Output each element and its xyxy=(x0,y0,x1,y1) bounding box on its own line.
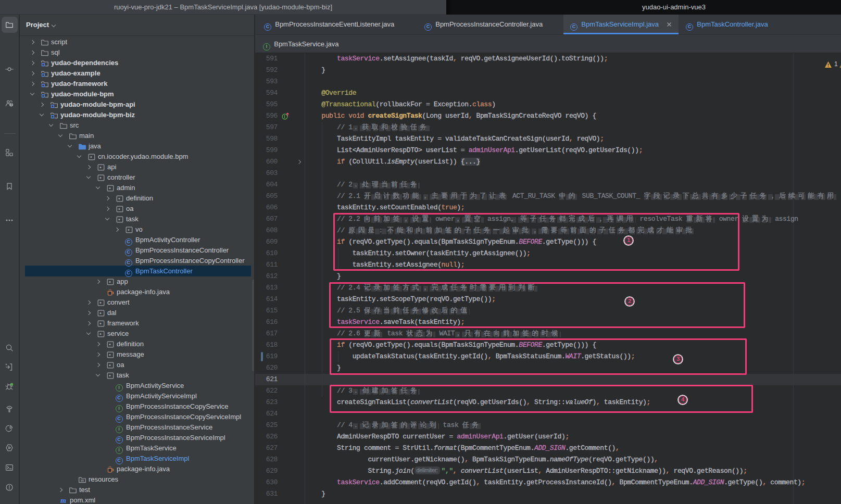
svg-text:?: ? xyxy=(10,103,12,106)
svg-text:I: I xyxy=(284,114,285,119)
